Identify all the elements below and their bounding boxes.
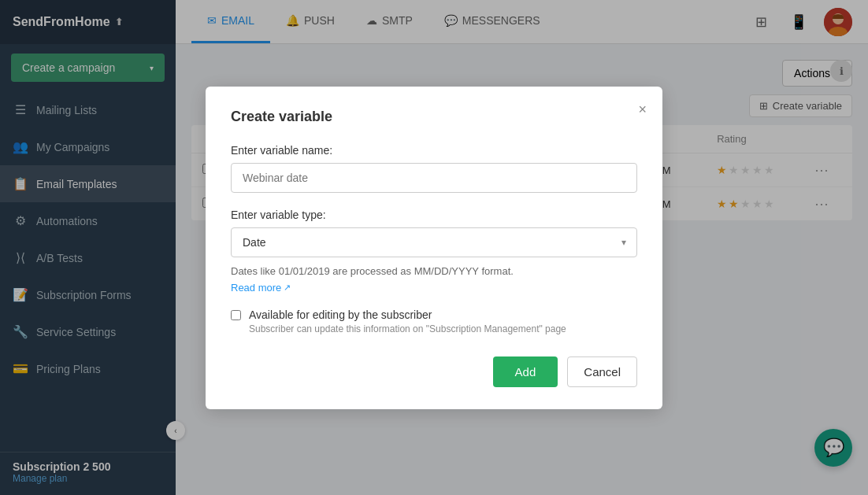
variable-type-select[interactable]: Date Text Number	[231, 227, 637, 257]
add-button[interactable]: Add	[493, 356, 558, 387]
checkbox-sublabel: Subscriber can update this information o…	[249, 323, 566, 334]
modal-title: Create variable	[231, 109, 637, 125]
variable-name-label: Enter variable name:	[231, 144, 637, 157]
modal-close-button[interactable]: ×	[638, 102, 647, 116]
variable-name-input[interactable]	[231, 163, 637, 193]
variable-type-label: Enter variable type:	[231, 209, 637, 221]
create-variable-modal: Create variable × Enter variable name: E…	[206, 87, 662, 409]
variable-type-select-wrap: Date Text Number ▾	[231, 227, 637, 257]
checkbox-label: Available for editing by the subscriber	[249, 308, 566, 321]
read-more-link[interactable]: Read more	[231, 282, 291, 294]
cancel-button[interactable]: Cancel	[567, 356, 637, 387]
subscriber-edit-row: Available for editing by the subscriber …	[231, 308, 637, 334]
subscriber-edit-checkbox[interactable]	[231, 310, 241, 320]
date-format-hint: Dates like 01/01/2019 are processed as M…	[231, 265, 637, 277]
modal-footer: Add Cancel	[231, 356, 637, 387]
modal-overlay[interactable]: Create variable × Enter variable name: E…	[0, 0, 868, 495]
